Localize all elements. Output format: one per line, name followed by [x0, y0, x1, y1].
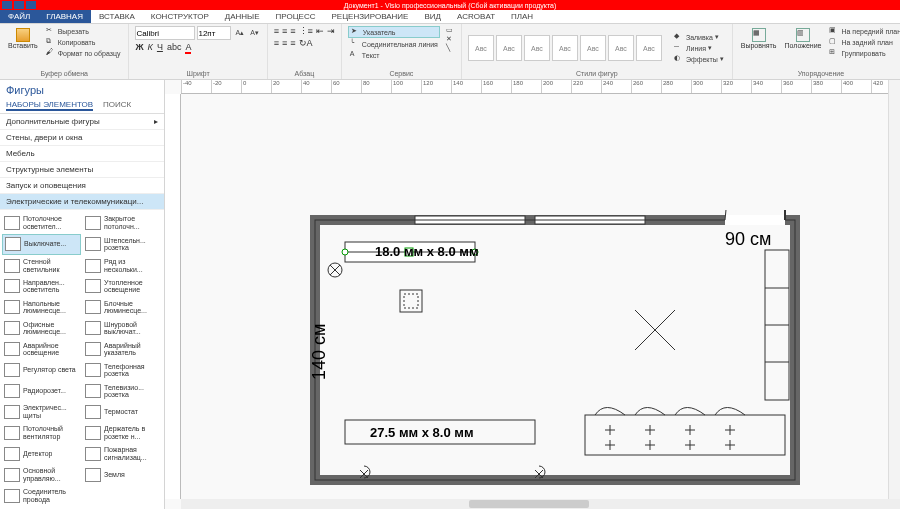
- tab-data[interactable]: ДАННЫЕ: [217, 10, 268, 23]
- bullets-button[interactable]: ⋮≡: [299, 26, 313, 36]
- pointer-tool-button[interactable]: ➤Указатель: [348, 26, 440, 38]
- tab-home[interactable]: ГЛАВНАЯ: [38, 10, 91, 23]
- stencil-shape-item[interactable]: Аварийный указатель: [83, 339, 162, 359]
- stencil-shape-item[interactable]: Электричес... щиты: [2, 402, 81, 422]
- stencil-shape-item[interactable]: Штепсельн... розетка: [83, 234, 162, 255]
- group-tools: ➤Указатель ╰Соединительная линия AТекст …: [342, 24, 462, 79]
- stencil-shape-item[interactable]: Термостат: [83, 402, 162, 422]
- line-button[interactable]: ─Линия ▾: [672, 43, 726, 53]
- style-option[interactable]: Aвс: [608, 35, 634, 61]
- rotate-text-button[interactable]: ↻A: [299, 38, 313, 48]
- style-option[interactable]: Aвс: [580, 35, 606, 61]
- tab-plan[interactable]: ПЛАН: [503, 10, 541, 23]
- align-center-button[interactable]: ≡: [282, 38, 287, 48]
- stencil-shape-item[interactable]: Выключате...: [2, 234, 81, 255]
- tab-insert[interactable]: ВСТАВКА: [91, 10, 143, 23]
- stencil-shape-item[interactable]: Аварийное освещение: [2, 339, 81, 359]
- category-more-shapes[interactable]: Дополнительные фигуры▸: [0, 114, 164, 130]
- tab-file[interactable]: ФАЙЛ: [0, 10, 38, 23]
- align-left-button[interactable]: ≡: [274, 38, 279, 48]
- floor-plan-drawing[interactable]: 18.0 мм x 8.0 мм 27.5 мм x 8.0 мм: [305, 210, 825, 509]
- style-option[interactable]: Aвс: [496, 35, 522, 61]
- stencil-shape-item[interactable]: Пожарная сигнализац...: [83, 444, 162, 464]
- format-painter-button[interactable]: 🖌Формат по образцу: [44, 48, 123, 58]
- indent-dec-button[interactable]: ⇤: [316, 26, 324, 36]
- align-right-button[interactable]: ≡: [290, 38, 295, 48]
- shape-label: Телевизио... розетка: [104, 384, 160, 399]
- effects-button[interactable]: ◐Эффекты ▾: [672, 54, 726, 64]
- rectangle-tool-button[interactable]: ▭: [444, 26, 455, 34]
- tab-acrobat[interactable]: ACROBAT: [449, 10, 503, 23]
- tab-design[interactable]: КОНСТРУКТОР: [143, 10, 217, 23]
- vertical-scrollbar[interactable]: [888, 80, 900, 509]
- text-tool-button[interactable]: AТекст: [348, 50, 440, 60]
- align-middle-button[interactable]: ≡: [282, 26, 287, 36]
- style-option[interactable]: Aвс: [468, 35, 494, 61]
- stencil-shape-item[interactable]: Направлен... осветитель: [2, 276, 81, 296]
- shapes-tab-search[interactable]: ПОИСК: [103, 100, 131, 111]
- fill-button[interactable]: ◆Заливка ▾: [672, 32, 726, 42]
- indent-inc-button[interactable]: ⇥: [327, 26, 335, 36]
- shape-icon: [85, 216, 101, 230]
- stencil-shape-item[interactable]: Ряд из нескольки...: [83, 256, 162, 276]
- line-tool-button[interactable]: ╲: [444, 44, 455, 52]
- stencil-shape-item[interactable]: Утопленное освещение: [83, 276, 162, 296]
- style-option[interactable]: Aвс: [552, 35, 578, 61]
- category-electrical[interactable]: Электрические и телекоммуникаци...: [0, 194, 164, 210]
- stencil-shape-item[interactable]: Держатель в розетке н...: [83, 423, 162, 443]
- stencil-shape-item[interactable]: Стенной светильник: [2, 256, 81, 276]
- category-walls[interactable]: Стены, двери и окна: [0, 130, 164, 146]
- shape-icon: [4, 426, 20, 440]
- stencil-shape-item[interactable]: Соединитель провода: [2, 486, 81, 506]
- font-name-input[interactable]: [135, 26, 195, 40]
- italic-button[interactable]: К: [148, 42, 153, 54]
- category-structural[interactable]: Структурные элементы: [0, 162, 164, 178]
- stencil-shape-item[interactable]: Закрытое потолочн...: [83, 213, 162, 233]
- category-furniture[interactable]: Мебель: [0, 146, 164, 162]
- stencil-shape-item[interactable]: Шнуровой выключат...: [83, 318, 162, 338]
- send-back-button[interactable]: ▢На задний план: [827, 37, 900, 47]
- bold-button[interactable]: Ж: [135, 42, 143, 54]
- stencil-shape-item[interactable]: Телефонная розетка: [83, 360, 162, 380]
- stencil-shape-item[interactable]: Земля: [83, 465, 162, 485]
- category-alarm[interactable]: Запуск и оповещения: [0, 178, 164, 194]
- font-size-input[interactable]: [197, 26, 231, 40]
- align-button[interactable]: ▦Выровнять: [739, 26, 779, 51]
- stencil-shape-item[interactable]: Основной управляю...: [2, 465, 81, 485]
- drawing-canvas[interactable]: -40-200204060801001201401601802002202402…: [165, 80, 900, 509]
- align-top-button[interactable]: ≡: [274, 26, 279, 36]
- connector-tool-button[interactable]: ╰Соединительная линия: [348, 39, 440, 49]
- shapes-tab-stencils[interactable]: НАБОРЫ ЭЛЕМЕНТОВ: [6, 100, 93, 111]
- cut-button[interactable]: ✂Вырезать: [44, 26, 123, 36]
- style-option[interactable]: Aвс: [524, 35, 550, 61]
- strike-button[interactable]: abc: [167, 42, 182, 54]
- tab-review[interactable]: РЕЦЕНЗИРОВАНИЕ: [323, 10, 416, 23]
- tab-view[interactable]: ВИД: [416, 10, 449, 23]
- stencil-shape-item[interactable]: Детектор: [2, 444, 81, 464]
- stencil-shape-item[interactable]: Офисные люминесце...: [2, 318, 81, 338]
- stencil-shape-item[interactable]: Регулятор света: [2, 360, 81, 380]
- tab-process[interactable]: ПРОЦЕСС: [268, 10, 324, 23]
- connection-point-button[interactable]: ✕: [444, 35, 455, 43]
- bring-front-button[interactable]: ▣На передний план: [827, 26, 900, 36]
- stencil-shape-item[interactable]: Потолочное осветител...: [2, 213, 81, 233]
- stencil-shape-item[interactable]: Телевизио... розетка: [83, 381, 162, 401]
- align-bottom-button[interactable]: ≡: [290, 26, 295, 36]
- style-gallery[interactable]: Aвс Aвс Aвс Aвс Aвс Aвс Aвс: [468, 35, 662, 61]
- shape-label: Регулятор света: [23, 366, 76, 374]
- paste-button[interactable]: Вставить: [6, 26, 40, 51]
- font-color-button[interactable]: A: [185, 42, 191, 54]
- style-option[interactable]: Aвс: [636, 35, 662, 61]
- copy-button[interactable]: ⧉Копировать: [44, 37, 123, 47]
- quick-access-toolbar[interactable]: [2, 1, 36, 9]
- stencil-shape-item[interactable]: Потолочный вентилятор: [2, 423, 81, 443]
- underline-button[interactable]: Ч: [157, 42, 163, 54]
- stencil-shape-item[interactable]: Блочные люминесце...: [83, 297, 162, 317]
- shrink-font-button[interactable]: A▾: [248, 26, 261, 40]
- position-button[interactable]: ▥Положение: [782, 26, 823, 51]
- group-button[interactable]: ⊞Группировать: [827, 48, 900, 58]
- stencil-shape-item[interactable]: Напольные люминесце...: [2, 297, 81, 317]
- shape-label: Шнуровой выключат...: [104, 321, 160, 336]
- grow-font-button[interactable]: A▴: [233, 26, 246, 40]
- stencil-shape-item[interactable]: Радиорозет...: [2, 381, 81, 401]
